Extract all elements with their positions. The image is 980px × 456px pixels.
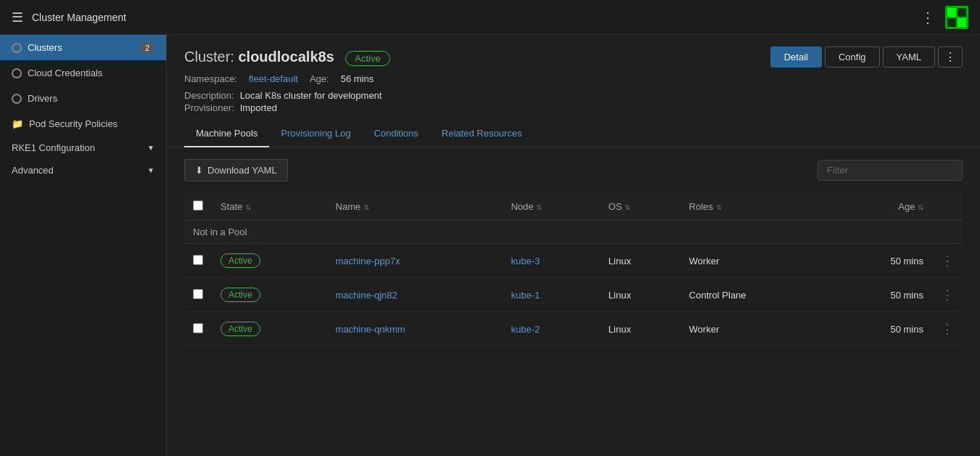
row-node: kube-1 — [502, 278, 599, 312]
sidebar: Clusters 2 Cloud Credentials Drivers 📁 P… — [0, 35, 167, 456]
row-age: 50 mins — [831, 278, 932, 312]
row-name: machine-qjn82 — [327, 278, 503, 312]
state-badge: Active — [221, 322, 260, 336]
cluster-meta: Namespace: fleet-default Age: 56 mins — [184, 73, 963, 84]
table-header-row: State ⇅ Name ⇅ Node ⇅ OS — [184, 193, 963, 221]
col-state[interactable]: State ⇅ — [212, 193, 327, 221]
name-sort-icon: ⇅ — [363, 203, 369, 211]
state-sort-icon: ⇅ — [245, 203, 251, 211]
namespace-label: Namespace: — [184, 73, 237, 84]
cloud-credentials-icon — [12, 68, 22, 78]
row-os: Linux — [600, 312, 680, 346]
provisioner-label: Provisioner: — [184, 102, 234, 113]
row-checkbox[interactable] — [193, 255, 203, 265]
machine-name-link[interactable]: machine-ppp7x — [336, 256, 400, 266]
header-buttons: Detail Config YAML ⋮ — [770, 46, 963, 68]
tabs: Machine Pools Provisioning Log Condition… — [167, 121, 980, 147]
cluster-title-row: Cluster: cloudlocalk8s Active Detail Con… — [184, 46, 963, 68]
tab-conditions[interactable]: Conditions — [362, 121, 429, 147]
machine-name-link[interactable]: machine-qjn82 — [336, 290, 398, 301]
tab-machine-pools[interactable]: Machine Pools — [184, 121, 269, 147]
description-value: Local K8s cluster for development — [240, 90, 382, 101]
toolbar: ⬇ Download YAML — [184, 159, 963, 182]
row-age: 50 mins — [831, 312, 932, 346]
download-label: Download YAML — [207, 165, 277, 176]
age-sort-icon: ⇅ — [918, 203, 923, 211]
row-more-icon[interactable]: ⋮ — [941, 253, 954, 268]
col-name[interactable]: Name ⇅ — [327, 193, 503, 221]
config-button[interactable]: Config — [825, 46, 880, 68]
sidebar-item-label: Pod Security Policies — [29, 118, 118, 129]
row-roles: Control Plane — [680, 278, 831, 312]
description-label: Description: — [184, 90, 234, 101]
roles-sort-icon: ⇅ — [716, 203, 722, 211]
advanced-chevron-icon: ▼ — [147, 166, 155, 174]
table-row: Active machine-qnkmm kube-2 Linux Worker… — [184, 312, 963, 346]
tab-provisioning-log[interactable]: Provisioning Log — [269, 121, 362, 147]
cluster-prefix: Cluster: — [184, 49, 234, 65]
group-label: Not in a Pool — [184, 221, 963, 244]
cluster-provisioner-row: Provisioner: Imported — [184, 102, 963, 113]
rke1-label: RKE1 Configuration — [12, 142, 95, 153]
sidebar-item-clusters[interactable]: Clusters 2 — [0, 35, 166, 60]
sidebar-item-cloud-credentials[interactable]: Cloud Credentials — [0, 60, 166, 86]
cluster-status-badge: Active — [345, 51, 390, 66]
sidebar-item-pod-security-policies[interactable]: 📁 Pod Security Policies — [0, 111, 166, 137]
row-checkbox-cell — [184, 312, 212, 346]
provisioner-value: Imported — [240, 102, 277, 113]
yaml-button[interactable]: YAML — [883, 46, 935, 68]
col-os[interactable]: OS ⇅ — [600, 193, 680, 221]
filter-input[interactable] — [818, 160, 963, 181]
row-roles: Worker — [680, 312, 831, 346]
col-node[interactable]: Node ⇅ — [502, 193, 599, 221]
sidebar-section-rke1[interactable]: RKE1 Configuration ▼ — [0, 137, 166, 159]
rke1-chevron-icon: ▼ — [147, 144, 155, 152]
node-link[interactable]: kube-1 — [511, 290, 540, 301]
row-more-icon[interactable]: ⋮ — [941, 288, 954, 302]
col-age[interactable]: Age ⇅ — [831, 193, 932, 221]
clusters-badge: 2 — [140, 43, 155, 53]
download-icon: ⬇ — [195, 165, 203, 176]
table-body: Not in a Pool Active machine-ppp7x kube-… — [184, 221, 963, 346]
header-more-button[interactable]: ⋮ — [938, 46, 963, 68]
machines-table: State ⇅ Name ⇅ Node ⇅ OS — [184, 193, 963, 346]
col-actions — [932, 193, 963, 221]
layout: Clusters 2 Cloud Credentials Drivers 📁 P… — [0, 35, 980, 456]
row-more-icon[interactable]: ⋮ — [941, 322, 954, 336]
row-state: Active — [212, 278, 327, 312]
row-checkbox-cell — [184, 244, 212, 278]
row-checkbox[interactable] — [193, 289, 203, 299]
main-content: Cluster: cloudlocalk8s Active Detail Con… — [167, 35, 980, 456]
topbar-more-icon[interactable]: ⋮ — [921, 9, 936, 26]
row-name: machine-qnkmm — [327, 312, 503, 346]
node-link[interactable]: kube-3 — [511, 256, 540, 266]
download-yaml-button[interactable]: ⬇ Download YAML — [184, 159, 288, 182]
content-area: ⬇ Download YAML State ⇅ — [167, 147, 980, 456]
namespace-value: fleet-default — [249, 73, 298, 84]
detail-button[interactable]: Detail — [770, 46, 822, 68]
menu-icon[interactable]: ☰ — [12, 9, 23, 25]
sidebar-item-label: Clusters — [28, 42, 62, 53]
row-state: Active — [212, 312, 327, 346]
row-state: Active — [212, 244, 327, 278]
row-node: kube-2 — [502, 312, 599, 346]
sidebar-item-drivers[interactable]: Drivers — [0, 86, 166, 111]
age-value: 56 mins — [341, 73, 374, 84]
select-all-header — [184, 193, 212, 221]
sidebar-section-advanced[interactable]: Advanced ▼ — [0, 159, 166, 182]
row-age: 50 mins — [831, 244, 932, 278]
row-actions-cell: ⋮ — [932, 244, 963, 278]
pod-security-icon: 📁 — [12, 118, 23, 129]
col-roles[interactable]: Roles ⇅ — [680, 193, 831, 221]
sidebar-item-label: Drivers — [28, 93, 57, 104]
os-sort-icon: ⇅ — [625, 203, 630, 211]
tab-related-resources[interactable]: Related Resources — [430, 121, 534, 147]
sidebar-item-label: Cloud Credentials — [28, 68, 102, 78]
row-checkbox[interactable] — [193, 323, 203, 333]
cluster-full-title: Cluster: cloudlocalk8s Active — [184, 49, 390, 65]
cluster-name: cloudlocalk8s — [238, 49, 334, 65]
select-all-checkbox[interactable] — [193, 200, 203, 211]
clusters-icon — [12, 43, 22, 53]
machine-name-link[interactable]: machine-qnkmm — [336, 324, 405, 335]
node-link[interactable]: kube-2 — [511, 324, 540, 335]
